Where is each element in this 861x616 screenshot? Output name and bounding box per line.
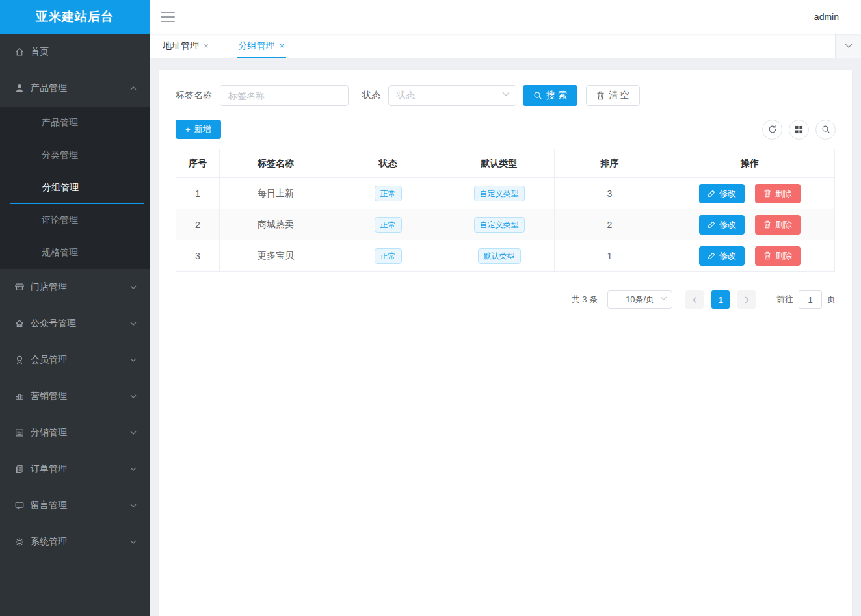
columns-button[interactable] xyxy=(789,120,809,140)
sidebar-item-label: 首页 xyxy=(31,46,137,58)
trash-icon xyxy=(763,220,771,229)
cell-name: 每日上新 xyxy=(220,178,332,209)
name-filter-input[interactable] xyxy=(220,85,349,106)
user-icon xyxy=(14,83,25,94)
sidebar-item-marketing[interactable]: 营销管理 xyxy=(0,378,150,415)
sidebar-item-official-account[interactable]: 公众号管理 xyxy=(0,305,150,342)
chevron-down-icon xyxy=(660,296,667,300)
sidebar-item-label: 订单管理 xyxy=(31,463,130,475)
search-button[interactable]: 搜 索 xyxy=(523,85,577,106)
bar-chart-icon xyxy=(14,391,25,402)
type-badge: 自定义类型 xyxy=(474,217,525,233)
column-header-type: 默认类型 xyxy=(444,149,555,178)
goto-page-input[interactable] xyxy=(799,290,822,309)
tab-options-dropdown[interactable] xyxy=(835,34,861,58)
sidebar-item-home[interactable]: 首页 xyxy=(0,34,150,70)
status-filter-select[interactable]: 状态 xyxy=(388,85,516,106)
hamburger-menu-icon[interactable] xyxy=(161,12,175,22)
cell-sort: 3 xyxy=(555,178,665,209)
refresh-button[interactable] xyxy=(762,120,782,140)
submenu-item-label: 规格管理 xyxy=(42,247,78,259)
sidebar-item-product-manage[interactable]: 产品管理 xyxy=(0,107,150,139)
sidebar-item-product[interactable]: 产品管理 xyxy=(0,70,150,107)
type-badge: 自定义类型 xyxy=(474,186,525,201)
search-icon xyxy=(533,91,542,100)
edit-button[interactable]: 修改 xyxy=(699,184,745,203)
tab-label: 地址管理 xyxy=(163,40,199,52)
cell-index: 3 xyxy=(176,240,220,272)
group-table: 序号 标签名称 状态 默认类型 排序 操作 1 每日上新 正常 自定义类型 3 xyxy=(176,149,835,272)
delete-button[interactable]: 删除 xyxy=(755,215,801,235)
sidebar-item-distribution[interactable]: 分销管理 xyxy=(0,415,150,451)
pagination: 共 3 条 10条/页 1 前往 页 xyxy=(176,290,836,309)
column-header-name: 标签名称 xyxy=(220,149,332,178)
next-page-button[interactable] xyxy=(737,290,756,309)
sidebar-item-comment-manage[interactable]: 评论管理 xyxy=(0,204,150,237)
table-tools xyxy=(762,120,836,140)
user-menu[interactable]: admin xyxy=(814,12,839,22)
sidebar-item-label: 营销管理 xyxy=(31,391,130,402)
close-icon[interactable]: × xyxy=(204,42,209,50)
filter-form: 标签名称 状态 状态 搜 索 清 空 xyxy=(176,85,836,106)
table-toolbar: + 新增 xyxy=(176,120,836,139)
submenu-item-label: 产品管理 xyxy=(42,117,78,129)
cell-index: 1 xyxy=(176,178,220,209)
add-button[interactable]: + 新增 xyxy=(176,120,221,139)
gear-icon xyxy=(14,537,25,547)
chevron-down-icon xyxy=(130,467,137,471)
delete-button-label: 删除 xyxy=(775,188,792,199)
page-size-value: 10条/页 xyxy=(626,294,654,305)
sidebar: 亚米建站后台 首页 产品管理 产品管理 分类管理 分组管理 评论管理 规格管理 xyxy=(0,0,150,616)
column-search-button[interactable] xyxy=(815,120,836,140)
chevron-down-icon xyxy=(845,44,853,48)
search-button-label: 搜 索 xyxy=(546,90,567,101)
edit-button[interactable]: 修改 xyxy=(699,246,745,266)
clear-button[interactable]: 清 空 xyxy=(586,85,640,106)
sidebar-item-label: 门店管理 xyxy=(31,281,130,293)
sidebar-item-category-manage[interactable]: 分类管理 xyxy=(0,139,150,172)
delete-button-label: 删除 xyxy=(775,219,792,231)
newspaper-icon xyxy=(14,428,25,438)
chevron-down-icon xyxy=(502,92,510,96)
sidebar-item-system[interactable]: 系统管理 xyxy=(0,524,150,560)
sidebar-item-group-manage[interactable]: 分组管理 xyxy=(10,172,144,204)
plus-icon: + xyxy=(185,125,191,135)
page-number-button[interactable]: 1 xyxy=(711,290,730,309)
tab-address-manage[interactable]: 地址管理 × xyxy=(161,34,211,58)
chevron-down-icon xyxy=(130,394,137,398)
sidebar-item-label: 系统管理 xyxy=(31,536,130,548)
chevron-down-icon xyxy=(130,358,137,362)
edit-button-label: 修改 xyxy=(719,250,736,262)
sidebar-item-spec-manage[interactable]: 规格管理 xyxy=(0,237,150,269)
sidebar-item-order[interactable]: 订单管理 xyxy=(0,451,150,487)
submenu-item-label: 评论管理 xyxy=(42,214,78,226)
total-count: 共 3 条 xyxy=(572,294,598,305)
add-button-label: 新增 xyxy=(194,123,211,135)
column-header-index: 序号 xyxy=(176,149,220,178)
delete-button[interactable]: 删除 xyxy=(755,184,801,203)
store-icon xyxy=(14,282,25,292)
sidebar-item-store[interactable]: 门店管理 xyxy=(0,269,150,305)
prev-page-button[interactable] xyxy=(685,290,704,309)
page-size-select[interactable]: 10条/页 xyxy=(607,290,672,309)
cell-index: 2 xyxy=(176,209,220,240)
chevron-down-icon xyxy=(130,322,137,326)
chevron-down-icon xyxy=(130,504,137,507)
pen-icon xyxy=(708,221,715,229)
sidebar-item-message[interactable]: 留言管理 xyxy=(0,487,150,524)
delete-button[interactable]: 删除 xyxy=(755,246,801,266)
sidebar-item-label: 分销管理 xyxy=(31,427,130,439)
column-header-status: 状态 xyxy=(332,149,444,178)
tab-group-manage[interactable]: 分组管理 × xyxy=(237,34,287,58)
main-content: 标签名称 状态 状态 搜 索 清 空 xyxy=(150,58,861,616)
refresh-icon xyxy=(768,125,777,134)
submenu-item-label: 分类管理 xyxy=(42,149,78,161)
close-icon[interactable]: × xyxy=(280,42,285,50)
table-row: 2 商城热卖 正常 自定义类型 2 修改 xyxy=(176,209,835,240)
edit-button[interactable]: 修改 xyxy=(699,215,745,235)
tab-bar: 地址管理 × 分组管理 × xyxy=(150,34,861,58)
tab-label: 分组管理 xyxy=(239,40,275,52)
sidebar-item-member[interactable]: 会员管理 xyxy=(0,342,150,378)
table-row: 1 每日上新 正常 自定义类型 3 修改 xyxy=(176,178,835,209)
edit-button-label: 修改 xyxy=(719,219,736,231)
